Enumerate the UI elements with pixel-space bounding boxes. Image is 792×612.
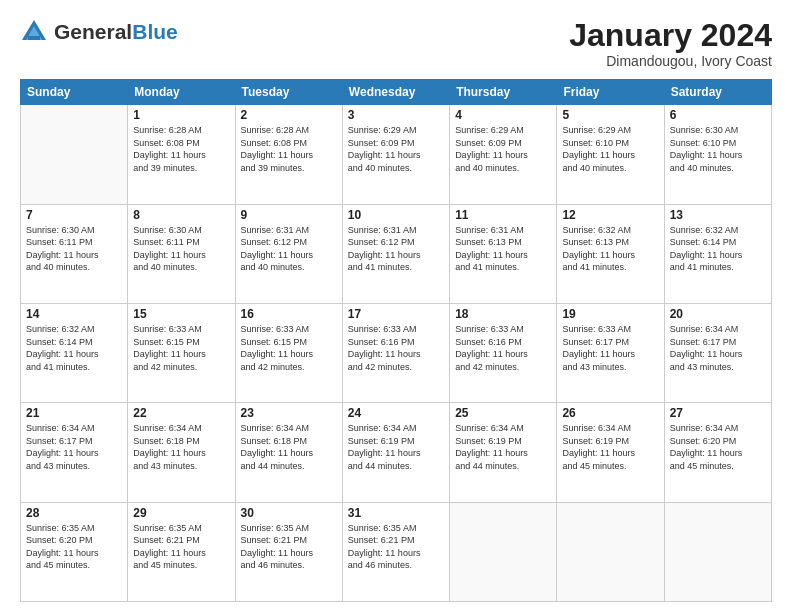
day-number: 18 [455, 307, 551, 321]
day-number: 29 [133, 506, 229, 520]
title-area: January 2024 Dimandougou, Ivory Coast [569, 18, 772, 69]
page: GeneralBlue January 2024 Dimandougou, Iv… [0, 0, 792, 612]
calendar-week-row-4: 21Sunrise: 6:34 AM Sunset: 6:17 PM Dayli… [21, 403, 772, 502]
day-info: Sunrise: 6:30 AM Sunset: 6:10 PM Dayligh… [670, 124, 766, 174]
day-info: Sunrise: 6:33 AM Sunset: 6:15 PM Dayligh… [241, 323, 337, 373]
day-info: Sunrise: 6:34 AM Sunset: 6:17 PM Dayligh… [670, 323, 766, 373]
col-wednesday: Wednesday [342, 80, 449, 105]
day-number: 21 [26, 406, 122, 420]
day-info: Sunrise: 6:29 AM Sunset: 6:09 PM Dayligh… [348, 124, 444, 174]
day-number: 16 [241, 307, 337, 321]
day-number: 9 [241, 208, 337, 222]
day-number: 17 [348, 307, 444, 321]
calendar-cell: 6Sunrise: 6:30 AM Sunset: 6:10 PM Daylig… [664, 105, 771, 204]
calendar-cell: 26Sunrise: 6:34 AM Sunset: 6:19 PM Dayli… [557, 403, 664, 502]
day-number: 24 [348, 406, 444, 420]
day-info: Sunrise: 6:34 AM Sunset: 6:19 PM Dayligh… [348, 422, 444, 472]
day-number: 22 [133, 406, 229, 420]
day-info: Sunrise: 6:31 AM Sunset: 6:12 PM Dayligh… [241, 224, 337, 274]
calendar-table: Sunday Monday Tuesday Wednesday Thursday… [20, 79, 772, 602]
svg-rect-2 [28, 36, 40, 40]
header: GeneralBlue January 2024 Dimandougou, Iv… [20, 18, 772, 69]
calendar-cell: 8Sunrise: 6:30 AM Sunset: 6:11 PM Daylig… [128, 204, 235, 303]
col-sunday: Sunday [21, 80, 128, 105]
day-info: Sunrise: 6:32 AM Sunset: 6:14 PM Dayligh… [26, 323, 122, 373]
logo-blue: Blue [132, 20, 178, 43]
calendar-cell [664, 502, 771, 601]
calendar-cell: 21Sunrise: 6:34 AM Sunset: 6:17 PM Dayli… [21, 403, 128, 502]
day-number: 15 [133, 307, 229, 321]
day-number: 19 [562, 307, 658, 321]
calendar-cell: 29Sunrise: 6:35 AM Sunset: 6:21 PM Dayli… [128, 502, 235, 601]
day-info: Sunrise: 6:33 AM Sunset: 6:16 PM Dayligh… [455, 323, 551, 373]
day-number: 14 [26, 307, 122, 321]
calendar-cell: 20Sunrise: 6:34 AM Sunset: 6:17 PM Dayli… [664, 303, 771, 402]
day-number: 6 [670, 108, 766, 122]
calendar-header-row: Sunday Monday Tuesday Wednesday Thursday… [21, 80, 772, 105]
day-number: 26 [562, 406, 658, 420]
calendar-week-row-5: 28Sunrise: 6:35 AM Sunset: 6:20 PM Dayli… [21, 502, 772, 601]
calendar-cell: 19Sunrise: 6:33 AM Sunset: 6:17 PM Dayli… [557, 303, 664, 402]
calendar-cell: 1Sunrise: 6:28 AM Sunset: 6:08 PM Daylig… [128, 105, 235, 204]
day-info: Sunrise: 6:34 AM Sunset: 6:18 PM Dayligh… [241, 422, 337, 472]
calendar-cell: 10Sunrise: 6:31 AM Sunset: 6:12 PM Dayli… [342, 204, 449, 303]
location-subtitle: Dimandougou, Ivory Coast [569, 53, 772, 69]
col-saturday: Saturday [664, 80, 771, 105]
calendar-cell [21, 105, 128, 204]
day-number: 13 [670, 208, 766, 222]
day-number: 28 [26, 506, 122, 520]
day-number: 7 [26, 208, 122, 222]
calendar-cell: 14Sunrise: 6:32 AM Sunset: 6:14 PM Dayli… [21, 303, 128, 402]
day-info: Sunrise: 6:28 AM Sunset: 6:08 PM Dayligh… [241, 124, 337, 174]
calendar-cell [450, 502, 557, 601]
day-number: 4 [455, 108, 551, 122]
day-info: Sunrise: 6:31 AM Sunset: 6:13 PM Dayligh… [455, 224, 551, 274]
day-info: Sunrise: 6:30 AM Sunset: 6:11 PM Dayligh… [133, 224, 229, 274]
day-info: Sunrise: 6:32 AM Sunset: 6:13 PM Dayligh… [562, 224, 658, 274]
day-number: 25 [455, 406, 551, 420]
calendar-cell: 9Sunrise: 6:31 AM Sunset: 6:12 PM Daylig… [235, 204, 342, 303]
calendar-cell: 13Sunrise: 6:32 AM Sunset: 6:14 PM Dayli… [664, 204, 771, 303]
col-monday: Monday [128, 80, 235, 105]
calendar-cell: 12Sunrise: 6:32 AM Sunset: 6:13 PM Dayli… [557, 204, 664, 303]
day-info: Sunrise: 6:33 AM Sunset: 6:16 PM Dayligh… [348, 323, 444, 373]
calendar-cell: 16Sunrise: 6:33 AM Sunset: 6:15 PM Dayli… [235, 303, 342, 402]
calendar-cell: 4Sunrise: 6:29 AM Sunset: 6:09 PM Daylig… [450, 105, 557, 204]
day-info: Sunrise: 6:29 AM Sunset: 6:10 PM Dayligh… [562, 124, 658, 174]
col-tuesday: Tuesday [235, 80, 342, 105]
col-friday: Friday [557, 80, 664, 105]
calendar-cell: 30Sunrise: 6:35 AM Sunset: 6:21 PM Dayli… [235, 502, 342, 601]
calendar-cell: 31Sunrise: 6:35 AM Sunset: 6:21 PM Dayli… [342, 502, 449, 601]
day-info: Sunrise: 6:33 AM Sunset: 6:15 PM Dayligh… [133, 323, 229, 373]
day-number: 2 [241, 108, 337, 122]
calendar-cell: 24Sunrise: 6:34 AM Sunset: 6:19 PM Dayli… [342, 403, 449, 502]
logo-text: GeneralBlue [54, 20, 178, 44]
calendar-week-row-2: 7Sunrise: 6:30 AM Sunset: 6:11 PM Daylig… [21, 204, 772, 303]
calendar-cell: 3Sunrise: 6:29 AM Sunset: 6:09 PM Daylig… [342, 105, 449, 204]
day-number: 27 [670, 406, 766, 420]
calendar-week-row-3: 14Sunrise: 6:32 AM Sunset: 6:14 PM Dayli… [21, 303, 772, 402]
day-info: Sunrise: 6:35 AM Sunset: 6:21 PM Dayligh… [348, 522, 444, 572]
logo-icon [20, 18, 48, 46]
day-info: Sunrise: 6:34 AM Sunset: 6:20 PM Dayligh… [670, 422, 766, 472]
day-info: Sunrise: 6:29 AM Sunset: 6:09 PM Dayligh… [455, 124, 551, 174]
day-info: Sunrise: 6:35 AM Sunset: 6:21 PM Dayligh… [241, 522, 337, 572]
col-thursday: Thursday [450, 80, 557, 105]
day-info: Sunrise: 6:35 AM Sunset: 6:21 PM Dayligh… [133, 522, 229, 572]
logo-general: General [54, 20, 132, 43]
day-info: Sunrise: 6:33 AM Sunset: 6:17 PM Dayligh… [562, 323, 658, 373]
calendar-cell: 11Sunrise: 6:31 AM Sunset: 6:13 PM Dayli… [450, 204, 557, 303]
day-number: 5 [562, 108, 658, 122]
day-number: 3 [348, 108, 444, 122]
day-info: Sunrise: 6:28 AM Sunset: 6:08 PM Dayligh… [133, 124, 229, 174]
calendar-cell: 25Sunrise: 6:34 AM Sunset: 6:19 PM Dayli… [450, 403, 557, 502]
day-info: Sunrise: 6:30 AM Sunset: 6:11 PM Dayligh… [26, 224, 122, 274]
day-info: Sunrise: 6:35 AM Sunset: 6:20 PM Dayligh… [26, 522, 122, 572]
calendar-cell: 2Sunrise: 6:28 AM Sunset: 6:08 PM Daylig… [235, 105, 342, 204]
day-number: 12 [562, 208, 658, 222]
calendar-cell: 5Sunrise: 6:29 AM Sunset: 6:10 PM Daylig… [557, 105, 664, 204]
day-number: 8 [133, 208, 229, 222]
day-info: Sunrise: 6:32 AM Sunset: 6:14 PM Dayligh… [670, 224, 766, 274]
day-number: 10 [348, 208, 444, 222]
calendar-week-row-1: 1Sunrise: 6:28 AM Sunset: 6:08 PM Daylig… [21, 105, 772, 204]
